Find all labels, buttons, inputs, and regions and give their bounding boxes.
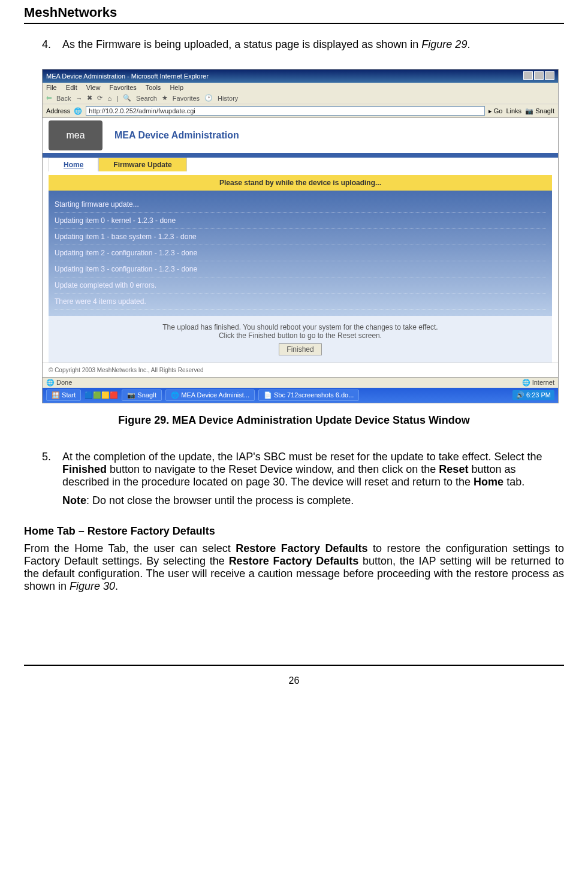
search-button[interactable]: Search <box>136 95 157 102</box>
go-button[interactable]: ▸ Go <box>489 107 503 115</box>
step-text: At the completion of the update, the IAP… <box>62 451 564 507</box>
ie-icon: 🌐 <box>74 107 82 115</box>
separator: | <box>116 95 118 102</box>
minimize-icon[interactable] <box>523 71 533 80</box>
section-paragraph: From the Home Tab, the user can select R… <box>24 542 564 593</box>
tab-row: Home Firmware Update <box>43 158 558 171</box>
copyright-text: © Copyright 2003 MeshNetworks Inc., All … <box>43 363 558 377</box>
status-internet: 🌐 Internet <box>522 379 554 387</box>
reset-bold: Reset <box>439 463 468 475</box>
status-line: Starting firmware update... <box>55 197 546 213</box>
windows-taskbar: 🪟 Start 🟦🟩🟨🟥 📷 SnagIt 🌐 MEA Device Admin… <box>43 388 558 403</box>
taskbar-sbc[interactable]: 📄 Sbc 712screenshots 6.do... <box>258 390 359 401</box>
status-done: 🌐 Done <box>46 379 72 387</box>
status-line: Updating item 0 - kernel - 1.2.3 - done <box>55 213 546 229</box>
page-footer: 26 <box>24 665 564 686</box>
favorites-button[interactable]: Favorites <box>173 95 200 102</box>
taskbar-snagit[interactable]: 📷 SnagIt <box>122 390 162 401</box>
section-heading: Home Tab – Restore Factory Defaults <box>24 525 564 538</box>
screenshot-figure-29: MEA Device Administration - Microsoft In… <box>42 69 559 403</box>
menu-tools[interactable]: Tools <box>146 84 161 91</box>
step-5: 5. At the completion of the update, the … <box>42 451 564 507</box>
start-button[interactable]: 🪟 Start <box>46 390 81 401</box>
document-header: MeshNetworks <box>24 0 564 24</box>
address-bar: Address 🌐 http://10.2.0.252/admin/fwupda… <box>43 104 558 118</box>
menu-view[interactable]: View <box>86 84 101 91</box>
status-line: Updating item 3 - configuration - 1.2.3 … <box>55 261 546 277</box>
step5-text-d: tab. <box>503 476 524 488</box>
back-button[interactable]: Back <box>56 95 71 102</box>
finished-button[interactable]: Finished <box>279 343 321 355</box>
para-d: . <box>115 580 118 592</box>
window-control-buttons[interactable] <box>522 71 554 81</box>
favorites-icon[interactable]: ★ <box>162 94 168 102</box>
step-text: As the Firmware is being uploaded, a sta… <box>62 38 564 51</box>
stop-icon[interactable]: ✖ <box>87 94 92 102</box>
menu-favorites[interactable]: Favorites <box>110 84 137 91</box>
step-4: 4. As the Firmware is being uploaded, a … <box>42 38 564 51</box>
status-line: Updating item 2 - configuration - 1.2.3 … <box>55 245 546 261</box>
step-number: 5. <box>42 451 62 507</box>
figure-caption: Figure 29. MEA Device Administration Upd… <box>24 414 564 427</box>
tab-home[interactable]: Home <box>49 158 98 171</box>
note-text: : Do not close the browser until the pro… <box>86 494 354 506</box>
forward-icon[interactable]: → <box>76 95 82 102</box>
clock: 6:23 PM <box>526 391 551 399</box>
status-line: Update completed with 0 errors. <box>55 277 546 294</box>
step-number: 4. <box>42 38 62 51</box>
menu-bar: File Edit View Favorites Tools Help <box>43 83 558 92</box>
home-icon[interactable]: ⌂ <box>107 95 111 102</box>
step5-text-a: At the completion of the update, the IAP… <box>62 451 542 463</box>
status-area: Starting firmware update... Updating ite… <box>49 191 552 316</box>
tab-firmware-update[interactable]: Firmware Update <box>98 158 186 171</box>
menu-help[interactable]: Help <box>170 84 183 91</box>
refresh-icon[interactable]: ⟳ <box>97 94 102 102</box>
links-label[interactable]: Links <box>506 107 521 114</box>
home-bold: Home <box>474 476 503 488</box>
browser-statusbar: 🌐 Done 🌐 Internet <box>43 377 558 388</box>
menu-edit[interactable]: Edit <box>66 84 77 91</box>
window-titlebar: MEA Device Administration - Microsoft In… <box>43 70 558 83</box>
mea-page-title: MEA Device Administration <box>114 130 239 141</box>
figure-30-ref: Figure 30 <box>70 580 115 592</box>
rfd-bold-2: Restore Factory Defaults <box>229 555 359 567</box>
page-number: 26 <box>289 675 300 686</box>
menu-file[interactable]: File <box>46 84 57 91</box>
status-line: Updating item 1 - base system - 1.2.3 - … <box>55 229 546 245</box>
address-label: Address <box>46 107 70 114</box>
upload-banner: Please stand by while the device is uplo… <box>49 175 552 191</box>
finish-message: The upload has finished. You should rebo… <box>49 316 552 363</box>
history-button[interactable]: History <box>218 95 238 102</box>
rfd-bold-1: Restore Factory Defaults <box>236 542 367 554</box>
finish-line-1: The upload has finished. You should rebo… <box>56 323 545 331</box>
page-content: mea MEA Device Administration Home Firmw… <box>43 118 558 377</box>
finish-line-2: Click the Finished button to go to the R… <box>56 331 545 340</box>
figure-reference: Figure 29 <box>421 38 467 50</box>
step4-text: As the Firmware is being uploaded, a sta… <box>62 38 421 50</box>
step5-text-b: button to navigate to the Reset Device w… <box>107 463 439 475</box>
snagit-addon[interactable]: 📷 SnagIt <box>525 107 554 115</box>
mea-header: mea MEA Device Administration <box>43 118 558 158</box>
para-a: From the Home Tab, the user can select <box>24 542 236 554</box>
status-line: There were 4 items updated. <box>55 294 546 310</box>
back-icon[interactable]: ⇦ <box>46 94 52 102</box>
taskbar-mea[interactable]: 🌐 MEA Device Administ... <box>165 390 255 401</box>
note-label: Note <box>62 494 86 506</box>
history-icon[interactable]: 🕑 <box>204 94 213 102</box>
step4-suffix: . <box>467 38 470 50</box>
maximize-icon[interactable] <box>534 71 544 80</box>
window-title: MEA Device Administration - Microsoft In… <box>46 73 209 80</box>
mea-logo: mea <box>49 120 102 150</box>
search-icon[interactable]: 🔍 <box>123 94 131 102</box>
browser-toolbar: ⇦ Back → ✖ ⟳ ⌂ | 🔍Search ★Favorites 🕑His… <box>43 92 558 104</box>
quick-launch[interactable]: 🟦🟩🟨🟥 <box>85 391 118 399</box>
url-input[interactable]: http://10.2.0.252/admin/fwupdate.cgi <box>86 106 484 116</box>
system-tray[interactable]: 🔊 6:23 PM <box>512 390 554 400</box>
close-icon[interactable] <box>545 71 554 80</box>
finished-bold: Finished <box>62 463 107 475</box>
